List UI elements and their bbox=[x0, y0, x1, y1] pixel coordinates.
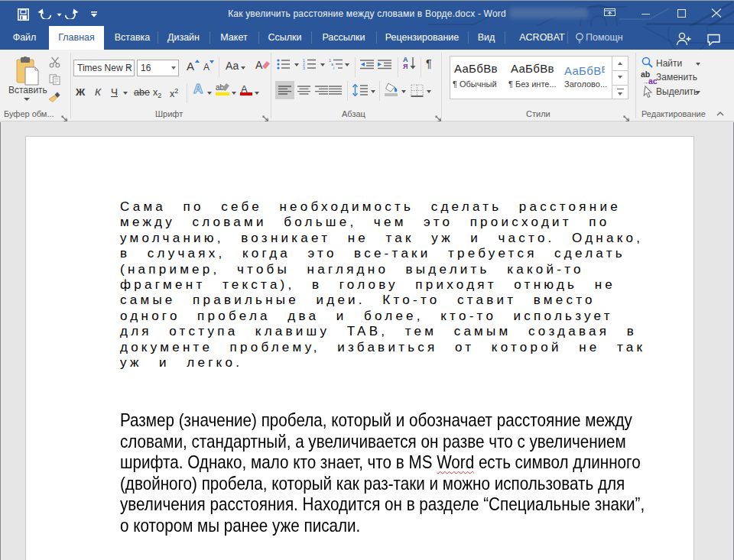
svg-text:i: i bbox=[333, 66, 334, 70]
svg-text:3: 3 bbox=[303, 66, 305, 70]
svg-text:А: А bbox=[193, 83, 203, 95]
